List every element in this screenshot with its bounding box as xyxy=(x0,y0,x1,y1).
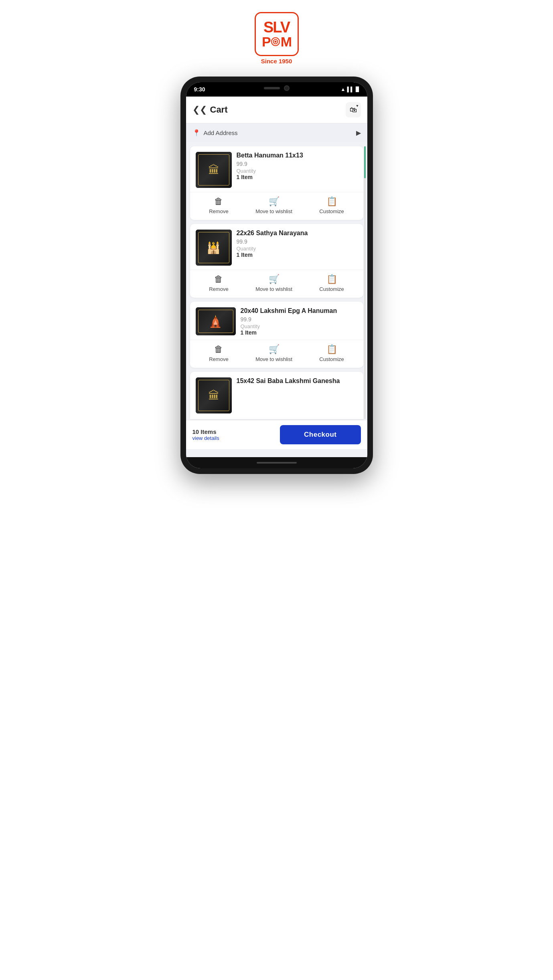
cart-item-2-details: 22x26 Sathya Narayana 99.9 Quantity 1 It… xyxy=(237,230,358,258)
item-2-figure: 🕌 xyxy=(207,241,221,254)
customize-button-1[interactable]: 📋 Customize xyxy=(319,196,344,214)
remove-button-1[interactable]: 🗑 Remove xyxy=(209,196,228,214)
phone-screen: 9:30 ▲ ▌▌ ▉ ❮❮ Cart 🛍 ♥ xyxy=(186,82,367,468)
location-pin-icon: 📍 xyxy=(192,129,201,137)
notch xyxy=(249,82,305,94)
remove-button-3[interactable]: 🗑 Remove xyxy=(209,344,228,362)
cart-item-3-price: 99.9 xyxy=(241,316,358,323)
customize-icon-3: 📋 xyxy=(326,344,337,355)
customize-icon-1: 📋 xyxy=(326,196,337,207)
scroll-thumb xyxy=(364,146,366,178)
speaker xyxy=(264,87,280,89)
item-3-figure: 🛕 xyxy=(209,315,223,328)
heart-badge: ♥ xyxy=(356,104,358,108)
cart-item-1: 🏛 Betta Hanuman 11x13 99.9 Quantity 1 It… xyxy=(190,146,363,220)
wishlist-button-3[interactable]: 🛒 Move to wishlist xyxy=(255,344,292,362)
cart-item-1-name: Betta Hanuman 11x13 xyxy=(237,152,358,159)
battery-icon: ▉ xyxy=(356,87,359,92)
since-text: Since 1950 xyxy=(261,58,292,65)
logo-area: SLV P M Since 1950 xyxy=(255,12,299,65)
phone-frame: 9:30 ▲ ▌▌ ▉ ❮❮ Cart 🛍 ♥ xyxy=(180,77,373,474)
cart-item-4-details: 15x42 Sai Baba Lakshmi Ganesha xyxy=(237,377,358,386)
cart-item-3-row: 🛕 20x40 Lakshmi Epg A Hanuman 99.9 Quant… xyxy=(190,302,363,340)
cart-item-3-image: 🛕 xyxy=(196,307,236,335)
checkout-button[interactable]: Checkout xyxy=(280,425,361,444)
chevron-right-icon: ▶ xyxy=(356,129,361,137)
cart-item-2-qty-label: Quantity xyxy=(237,246,358,252)
logo-slv: SLV xyxy=(263,20,290,35)
wishlist-button-1[interactable]: 🛒 Move to wishlist xyxy=(255,196,292,214)
home-bar xyxy=(257,462,297,464)
signal-icon: ▌▌ xyxy=(347,87,354,92)
address-bar[interactable]: 📍 Add Address ▶ xyxy=(186,123,367,142)
cart-item-3: 🛕 20x40 Lakshmi Epg A Hanuman 99.9 Quant… xyxy=(190,302,363,368)
cart-item-1-qty-value: 1 Item xyxy=(237,174,358,180)
app-header: ❮❮ Cart 🛍 ♥ xyxy=(186,97,367,123)
wishlist-label-3: Move to wishlist xyxy=(255,356,292,362)
cart-item-2-actions: 🗑 Remove 🛒 Move to wishlist 📋 Customize xyxy=(190,270,363,298)
wishlist-icon-2: 🛒 xyxy=(269,274,280,284)
wishlist-button-2[interactable]: 🛒 Move to wishlist xyxy=(255,274,292,292)
remove-button-2[interactable]: 🗑 Remove xyxy=(209,274,228,292)
camera xyxy=(284,85,290,91)
cart-item-4-row: 🏛 15x42 Sai Baba Lakshmi Ganesha xyxy=(190,372,363,419)
customize-label-2: Customize xyxy=(319,286,344,292)
app-content: ❮❮ Cart 🛍 ♥ 📍 Add Address ▶ xyxy=(186,97,367,457)
cart-item-2-qty-value: 1 Item xyxy=(237,252,358,258)
cart-item-1-actions: 🗑 Remove 🛒 Move to wishlist 📋 Customize xyxy=(190,192,363,220)
cart-item-3-qty-value: 1 Item xyxy=(241,329,358,336)
wifi-icon: ▲ xyxy=(341,87,346,92)
cart-item-3-qty-label: Quantity xyxy=(241,323,358,329)
cart-item-4: 🏛 15x42 Sai Baba Lakshmi Ganesha xyxy=(190,372,363,419)
wishlist-label-2: Move to wishlist xyxy=(255,286,292,292)
remove-label-3: Remove xyxy=(209,356,228,362)
cart-item-1-qty-label: Quantity xyxy=(237,168,358,174)
cart-item-4-image: 🏛 xyxy=(196,377,232,413)
cart-item-1-price: 99.9 xyxy=(237,161,358,167)
cart-item-1-details: Betta Hanuman 11x13 99.9 Quantity 1 Item xyxy=(237,152,358,180)
remove-label-2: Remove xyxy=(209,286,228,292)
cart-item-2: 🕌 22x26 Sathya Narayana 99.9 Quantity 1 … xyxy=(190,224,363,298)
wishlist-icon-1: 🛒 xyxy=(269,196,280,207)
item-1-figure: 🏛 xyxy=(208,163,219,177)
view-details-link[interactable]: view details xyxy=(192,435,219,441)
wishlist-bag-button[interactable]: 🛍 ♥ xyxy=(346,102,361,117)
customize-label-3: Customize xyxy=(319,356,344,362)
cart-item-3-name: 20x40 Lakshmi Epg A Hanuman xyxy=(241,307,358,315)
scroll-track xyxy=(364,146,366,419)
item-4-figure: 🏛 xyxy=(208,389,219,402)
customize-button-2[interactable]: 📋 Customize xyxy=(319,274,344,292)
phone-home-bar-area xyxy=(186,457,367,468)
customize-icon-2: 📋 xyxy=(326,274,337,284)
address-left: 📍 Add Address xyxy=(192,129,238,137)
cart-item-1-image: 🏛 xyxy=(196,152,232,188)
bag-icon: 🛍 xyxy=(350,106,357,114)
cart-item-2-name: 22x26 Sathya Narayana xyxy=(237,230,358,237)
cart-item-4-name: 15x42 Sai Baba Lakshmi Ganesha xyxy=(237,377,358,385)
status-bar: 9:30 ▲ ▌▌ ▉ xyxy=(186,82,367,97)
add-address-label: Add Address xyxy=(204,129,238,136)
bottom-checkout-bar: 10 Items view details Checkout xyxy=(186,420,367,449)
back-button[interactable]: ❮❮ xyxy=(192,105,207,114)
customize-button-3[interactable]: 📋 Customize xyxy=(319,344,344,362)
remove-label-1: Remove xyxy=(209,208,228,214)
status-time: 9:30 xyxy=(194,86,205,93)
cart-item-2-row: 🕌 22x26 Sathya Narayana 99.9 Quantity 1 … xyxy=(190,224,363,270)
remove-icon-2: 🗑 xyxy=(214,274,223,284)
header-left: ❮❮ Cart xyxy=(192,105,228,115)
cart-item-1-row: 🏛 Betta Hanuman 11x13 99.9 Quantity 1 It… xyxy=(190,146,363,192)
cart-scroll-area[interactable]: 🏛 Betta Hanuman 11x13 99.9 Quantity 1 It… xyxy=(186,146,367,419)
logo-image: SLV P M xyxy=(255,12,299,56)
bottom-items-info: 10 Items view details xyxy=(192,428,219,441)
page-title: Cart xyxy=(210,105,228,115)
status-icons: ▲ ▌▌ ▉ xyxy=(341,87,359,92)
cart-item-2-price: 99.9 xyxy=(237,238,358,245)
wishlist-icon-3: 🛒 xyxy=(269,344,280,355)
logo-pm: P M xyxy=(262,35,291,48)
wishlist-label-1: Move to wishlist xyxy=(255,208,292,214)
cart-item-2-image: 🕌 xyxy=(196,230,232,266)
cart-item-3-details: 20x40 Lakshmi Epg A Hanuman 99.9 Quantit… xyxy=(241,307,358,336)
remove-icon-3: 🗑 xyxy=(214,344,223,355)
cart-item-3-actions: 🗑 Remove 🛒 Move to wishlist 📋 Customize xyxy=(190,340,363,368)
items-count: 10 Items xyxy=(192,428,219,435)
